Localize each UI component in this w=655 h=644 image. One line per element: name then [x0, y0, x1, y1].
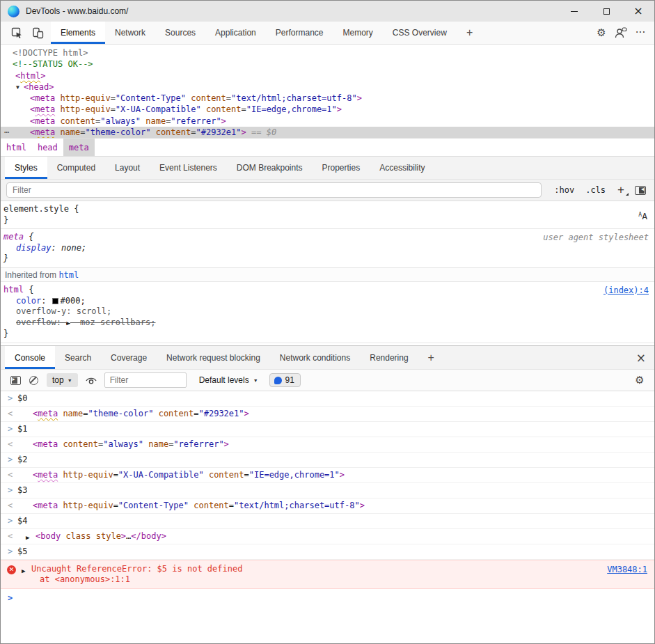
toggle-element-state-button[interactable]: :hov: [549, 185, 580, 195]
syntax-token: content: [63, 439, 98, 449]
panel-tab-network[interactable]: Network: [105, 22, 155, 44]
panel-tab-memory[interactable]: Memory: [333, 22, 383, 44]
drawer-tab-network-conditions[interactable]: Network conditions: [270, 346, 360, 369]
syntax-token: body: [40, 531, 61, 541]
style-rule-line[interactable]: overflow: ▶ -moz-scrollbars;: [3, 317, 650, 329]
dom-tree-node[interactable]: <meta content="always" name="referrer">: [1, 116, 654, 127]
style-rule-line[interactable]: overflow-y: scroll;: [3, 306, 650, 317]
dom-tree-node[interactable]: <meta http-equiv="Content-Type" content=…: [1, 93, 654, 104]
panel-tab-sources[interactable]: Sources: [155, 22, 205, 44]
dom-tree-node[interactable]: <meta http-equiv="X-UA-Compatible" conte…: [1, 104, 654, 115]
more-tabs-button[interactable]: +: [457, 22, 482, 44]
feedback-icon[interactable]: [611, 24, 631, 42]
dom-tree-node[interactable]: <!--STATUS OK-->: [1, 58, 654, 70]
dom-tree-node[interactable]: ▼<head>: [1, 81, 654, 93]
error-source-link[interactable]: VM3848:1: [607, 565, 647, 575]
console-prompt[interactable]: >: [1, 589, 654, 595]
styles-filter-input[interactable]: [6, 182, 542, 198]
more-options-icon[interactable]: ···: [631, 24, 650, 42]
settings-gear-icon[interactable]: ⚙: [592, 24, 611, 42]
node-overflow-menu[interactable]: ⋯: [4, 127, 10, 138]
syntax-token: [201, 104, 206, 114]
style-rule-line[interactable]: element.style {: [3, 204, 650, 215]
inspect-element-icon[interactable]: [6, 24, 27, 42]
console-input-row[interactable]: >$3: [1, 483, 654, 498]
console-output-row[interactable]: <<meta http-equiv="X-UA-Compatible" cont…: [1, 468, 654, 483]
close-drawer-icon[interactable]: ×: [628, 346, 654, 369]
styles-tab-layout[interactable]: Layout: [105, 157, 150, 179]
console-input-row[interactable]: >$0: [1, 391, 654, 407]
disclosure-triangle-icon[interactable]: ▼: [16, 82, 19, 93]
styles-tab-accessibility[interactable]: Accessibility: [370, 157, 434, 179]
console-input-row[interactable]: >$1: [1, 422, 654, 437]
style-rule-line[interactable]: html {: [3, 285, 650, 296]
style-rule-line[interactable]: }: [3, 215, 650, 226]
maximize-button[interactable]: [590, 1, 622, 22]
dom-tree-node[interactable]: <!DOCTYPE html>: [1, 47, 654, 58]
console-input-row[interactable]: >$4: [1, 514, 654, 529]
inherited-element-link[interactable]: html: [58, 270, 79, 280]
device-toolbar-icon[interactable]: [27, 24, 48, 42]
dom-tree-node[interactable]: <html>: [1, 70, 654, 81]
style-rule[interactable]: element.style {}AA: [1, 201, 654, 229]
clear-console-icon[interactable]: [24, 372, 42, 388]
console-sidebar-icon[interactable]: [6, 372, 24, 388]
console-input-row[interactable]: >$5: [1, 544, 654, 560]
minimize-button[interactable]: [558, 1, 590, 22]
font-editor-icon[interactable]: AA: [638, 211, 647, 221]
drawer-tab-search[interactable]: Search: [55, 346, 101, 369]
element-classes-button[interactable]: .cls: [580, 185, 611, 195]
syntax-token: >: [244, 409, 249, 418]
syntax-token: content: [206, 104, 242, 114]
chevron-down-icon: ▼: [253, 378, 258, 383]
issues-badge[interactable]: 91: [269, 373, 301, 387]
breadcrumb-item-html[interactable]: html: [1, 139, 32, 156]
console-output-row[interactable]: <▶<body class style>…</body>: [1, 529, 654, 544]
console-input-row[interactable]: >$2: [1, 453, 654, 468]
live-expression-eye-icon[interactable]: [82, 372, 100, 388]
style-rule-line[interactable]: color: #000;: [3, 296, 650, 307]
console-error-row[interactable]: ✕▶Uncaught ReferenceError: $5 is not def…: [1, 560, 654, 589]
styles-tab-dom-breakpoints[interactable]: DOM Breakpoints: [227, 157, 313, 179]
breadcrumb-item-meta[interactable]: meta: [63, 139, 95, 156]
panel-tab-css-overview[interactable]: CSS Overview: [383, 22, 457, 44]
styles-tab-event-listeners[interactable]: Event Listeners: [150, 157, 227, 179]
breadcrumb-item-head[interactable]: head: [32, 139, 63, 156]
style-rule-line[interactable]: }: [3, 329, 650, 340]
style-rule-line[interactable]: display: none;: [3, 243, 650, 254]
style-rule-line[interactable]: }: [3, 253, 650, 265]
log-levels-dropdown[interactable]: Default levels ▼: [194, 375, 264, 385]
sidebar-position-icon[interactable]: [635, 186, 646, 195]
console-settings-gear-icon[interactable]: ⚙: [631, 372, 649, 388]
panel-tab-performance[interactable]: Performance: [266, 22, 333, 44]
styles-tab-computed[interactable]: Computed: [47, 157, 105, 179]
styles-tab-properties[interactable]: Properties: [313, 157, 370, 179]
syntax-token: meta: [38, 470, 58, 480]
panel-tab-elements[interactable]: Elements: [51, 22, 105, 44]
expand-error-icon[interactable]: ▶: [22, 566, 25, 576]
stylesheet-source-link[interactable]: (index):4: [603, 285, 649, 295]
style-rule[interactable]: html {color: #000;overflow-y: scroll;ove…: [1, 282, 654, 343]
window-title: DevTools - www.baidu.com/: [26, 6, 128, 16]
javascript-context-dropdown[interactable]: top ▼: [47, 373, 78, 387]
console-filter-input[interactable]: [104, 372, 187, 388]
console-output-row[interactable]: <<meta http-equiv="Content-Type" content…: [1, 498, 654, 514]
console-output-row[interactable]: <<meta content="always" name="referrer">: [1, 437, 654, 453]
styles-tab-styles[interactable]: Styles: [5, 157, 47, 179]
syntax-token: "IE=edge,chrome=1": [249, 470, 340, 480]
new-style-rule-button[interactable]: +: [611, 183, 631, 197]
more-drawer-tabs-button[interactable]: +: [418, 346, 444, 369]
console-output-row[interactable]: <<meta name="theme-color" content="#2932…: [1, 407, 654, 422]
drawer-tab-network-request-blocking[interactable]: Network request blocking: [157, 346, 270, 369]
style-rule[interactable]: meta {display: none;}user agent styleshe…: [1, 229, 654, 268]
drawer-tab-rendering[interactable]: Rendering: [360, 346, 418, 369]
expand-object-icon[interactable]: ▶: [26, 533, 29, 543]
drawer-tab-coverage[interactable]: Coverage: [101, 346, 157, 369]
syntax-token: content: [60, 116, 95, 126]
syntax-token: head: [29, 82, 49, 92]
dom-tree-node[interactable]: ⋯<meta name="theme-color" content="#2932…: [1, 127, 654, 138]
drawer-tab-console[interactable]: Console: [5, 346, 55, 369]
color-swatch[interactable]: [52, 298, 58, 304]
close-button[interactable]: ×: [622, 1, 654, 22]
panel-tab-application[interactable]: Application: [205, 22, 266, 44]
